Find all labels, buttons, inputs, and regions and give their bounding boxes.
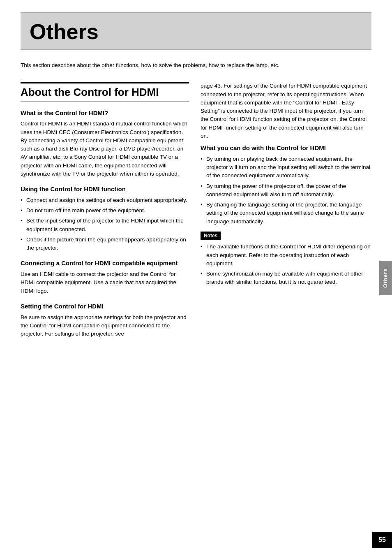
page-number: 55 <box>372 532 392 548</box>
notes-item: Some synchronization may be available wi… <box>201 270 371 287</box>
right-column: page 43. For settings of the Control for… <box>201 82 371 341</box>
list-item: Do not turn off the main power of the eq… <box>21 206 189 215</box>
left-column: About the Control for HDMI What is the C… <box>21 82 189 341</box>
page-wrapper: Others Others This section describes abo… <box>0 0 392 556</box>
notes-list: The available functions of the Control f… <box>201 243 371 286</box>
what-you-can-heading: What you can do with the Control for HDM… <box>201 144 371 153</box>
page-title: Others <box>30 20 362 44</box>
list-item: Set the input setting of the projector t… <box>21 217 189 234</box>
what-is-body: Control for HDMI is an HDMI standard mut… <box>21 120 189 178</box>
connecting-heading: Connecting a Control for HDMI compatible… <box>21 259 189 268</box>
notes-item: The available functions of the Control f… <box>201 243 371 268</box>
setting-body: Be sure to assign the appropriate settin… <box>21 313 189 338</box>
list-item: By turning the power of the projector of… <box>201 182 371 199</box>
what-you-can-list: By turning on or playing back the connec… <box>201 155 371 226</box>
setting-heading: Setting the Control for HDMI <box>21 302 189 311</box>
section-main-heading: About the Control for HDMI <box>21 82 189 102</box>
setting-body-cont: page 43. For settings of the Control for… <box>201 82 371 140</box>
list-item: Connect and assign the settings of each … <box>21 196 189 204</box>
notes-box: Notes The available functions of the Con… <box>201 232 371 287</box>
notes-label: Notes <box>201 232 221 240</box>
side-tab: Others <box>379 261 392 295</box>
what-is-heading: What is the Control for HDMI? <box>21 109 189 118</box>
connecting-body: Use an HDMI cable to connect the project… <box>21 270 189 295</box>
list-item: By changing the language setting of the … <box>201 201 371 226</box>
intro-text: This section describes about the other f… <box>21 61 371 70</box>
list-item: By turning on or playing back the connec… <box>201 155 371 180</box>
title-block: Others <box>21 12 371 50</box>
using-heading: Using the Control for HDMI function <box>21 185 189 194</box>
content-columns: About the Control for HDMI What is the C… <box>21 82 371 341</box>
using-list: Connect and assign the settings of each … <box>21 196 189 253</box>
list-item: Check if the picture from the equipment … <box>21 236 189 253</box>
